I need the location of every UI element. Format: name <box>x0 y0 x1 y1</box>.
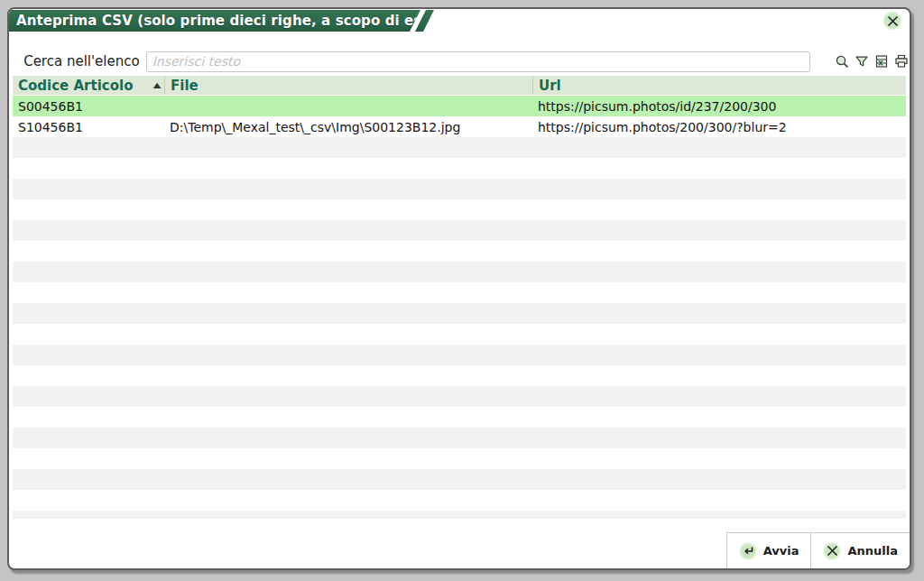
search-icon[interactable] <box>834 53 850 69</box>
table-empty-row <box>13 262 906 282</box>
close-x-icon <box>886 14 900 28</box>
table-empty-row <box>13 179 906 199</box>
table-empty-row <box>13 428 906 448</box>
table-empty-row <box>13 469 906 490</box>
cell-file: D:\Temp\_Mexal_test\_csv\Img\S00123B12.j… <box>164 120 532 134</box>
table-empty-row <box>13 158 906 179</box>
column-label: Codice Articolo <box>18 78 133 94</box>
cell-codice: S00456B1 <box>13 99 164 114</box>
table-empty-row <box>13 199 906 220</box>
export-excel-icon[interactable] <box>873 53 890 69</box>
footer-button-bar: Avvia Annulla <box>726 532 910 568</box>
titlebar: Anteprima CSV (solo prime dieci righe, a… <box>9 9 910 32</box>
table-row[interactable]: S10456B1D:\Temp\_Mexal_test\_csv\Img\S00… <box>13 116 906 137</box>
table-empty-row <box>13 345 906 365</box>
column-label: File <box>171 78 199 94</box>
table-empty-row <box>13 511 906 519</box>
column-label: Url <box>539 78 561 94</box>
toolbar-icons <box>834 53 910 69</box>
column-header-file[interactable]: File <box>164 76 532 95</box>
table-empty-row <box>13 220 906 241</box>
grid-body: S00456B1https://picsum.photos/id/237/200… <box>13 96 906 519</box>
column-header-url[interactable]: Url <box>532 76 906 95</box>
cell-url: https://picsum.photos/id/237/200/300 <box>532 99 906 114</box>
annulla-label: Annulla <box>847 544 898 558</box>
table-header: Codice Articolo ▲ File Url <box>13 76 906 96</box>
table-empty-row <box>13 282 906 303</box>
sort-asc-icon: ▲ <box>153 81 162 89</box>
table-empty-row <box>13 386 906 407</box>
table-empty-row <box>13 407 906 428</box>
table-row[interactable]: S00456B1https://picsum.photos/id/237/200… <box>13 96 906 116</box>
table-empty-row <box>13 365 906 386</box>
table-empty-row <box>13 324 906 345</box>
table-empty-row <box>13 241 906 262</box>
dialog-window: Anteprima CSV (solo prime dieci righe, a… <box>7 7 911 570</box>
annulla-button[interactable]: Annulla <box>810 532 910 568</box>
search-label: Cerca nell'elenco <box>9 53 146 69</box>
table-empty-row <box>13 490 906 511</box>
table-empty-row <box>13 448 906 469</box>
close-button[interactable] <box>882 11 902 31</box>
column-header-codice-articolo[interactable]: Codice Articolo ▲ <box>13 76 164 95</box>
csv-preview-table: Codice Articolo ▲ File Url S00456B1https… <box>13 76 906 519</box>
cancel-x-icon <box>823 542 841 560</box>
search-input[interactable] <box>146 51 810 72</box>
avvia-button[interactable]: Avvia <box>726 532 811 568</box>
table-empty-row <box>13 137 906 158</box>
print-icon[interactable] <box>893 53 910 69</box>
title-tab: Anteprima CSV (solo prime dieci righe, a… <box>9 10 420 32</box>
search-bar: Cerca nell'elenco <box>9 51 910 72</box>
enter-return-icon <box>739 542 757 560</box>
filter-icon[interactable] <box>854 53 870 69</box>
avvia-label: Avvia <box>763 544 799 558</box>
window-title: Anteprima CSV (solo prime dieci righe, a… <box>9 13 476 29</box>
table-empty-row <box>13 303 906 324</box>
cell-url: https://picsum.photos/200/300/?blur=2 <box>532 120 906 134</box>
cell-codice: S10456B1 <box>13 120 164 134</box>
